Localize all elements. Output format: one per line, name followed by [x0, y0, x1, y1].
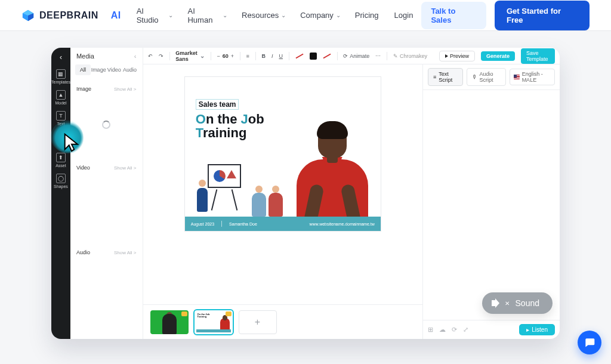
language-select[interactable]: English - MALE	[510, 69, 555, 85]
text-color-swatch[interactable]	[310, 53, 317, 60]
section-image-title: Image	[76, 86, 91, 92]
rail-text[interactable]: TText	[56, 111, 66, 126]
text-icon: T	[56, 111, 66, 121]
media-tab-all[interactable]: All	[75, 64, 91, 75]
preview-button[interactable]: Preview	[439, 51, 475, 61]
refresh-icon[interactable]: ⟳	[452, 326, 457, 334]
chat-icon	[584, 337, 595, 348]
left-rail: ‹ ▦Templates ▲Model TText ▭Image ⬆Asset …	[51, 48, 70, 339]
strike-red-icon-2[interactable]	[323, 55, 331, 57]
font-size-input[interactable]: − 60 +	[217, 53, 234, 59]
chevron-down-icon: ⌄	[281, 12, 286, 18]
rail-model[interactable]: ▲Model	[55, 90, 66, 105]
chevron-down-icon: ⌄	[200, 53, 205, 59]
chromakey-toggle[interactable]: ✎ Chromakey	[393, 53, 427, 59]
model-icon: ▲	[56, 90, 66, 100]
app-window: ‹ ▦Templates ▲Model TText ▭Image ⬆Asset …	[51, 48, 560, 339]
rail-asset[interactable]: ⬆Asset	[55, 153, 66, 168]
section-video-showall[interactable]: Show All >	[114, 165, 137, 171]
image-loading	[76, 92, 137, 158]
nav-pricing[interactable]: Pricing	[355, 7, 379, 24]
slide-kicker: Sales team	[196, 99, 239, 110]
easel-icon	[208, 164, 241, 188]
talk-to-sales-button[interactable]: Talk to Sales	[421, 2, 486, 29]
play-icon: ▸	[526, 326, 529, 333]
expand-icon[interactable]: ⤢	[463, 326, 468, 334]
nav-company[interactable]: Company⌄	[300, 7, 341, 24]
speaker-muted-icon	[492, 298, 502, 308]
nav-resources[interactable]: Resources⌄	[242, 7, 286, 24]
animate-button[interactable]: ⟳ Animate	[343, 53, 369, 59]
rail-templates[interactable]: ▦Templates	[51, 69, 70, 84]
video-placeholder	[76, 171, 137, 242]
canvas-zone: Sales team On the JobTraining	[143, 64, 422, 339]
templates-icon: ▦	[56, 69, 66, 79]
thumb-1[interactable]	[150, 310, 189, 334]
rail-shapes[interactable]: ◯Shapes	[54, 174, 68, 189]
chevron-down-icon: ⌄	[336, 12, 341, 18]
nav-ai-studio[interactable]: AI Studio⌄	[137, 7, 174, 24]
audience-figures	[249, 188, 285, 217]
section-audio-showall[interactable]: Show All >	[114, 250, 137, 255]
brand-logo[interactable]: DEEPBRAIN AI	[21, 9, 121, 22]
rail-image[interactable]: ▭Image	[55, 132, 66, 147]
listen-button[interactable]: ▸Listen	[519, 324, 555, 335]
settings-icon[interactable]: ⊞	[428, 326, 433, 334]
slide[interactable]: Sales team On the JobTraining	[184, 76, 381, 232]
thumbnail-strip: On the JobTraining +	[143, 304, 422, 339]
thumb-badge-icon	[226, 311, 232, 316]
sound-toggle[interactable]: ✕ Sound	[482, 292, 553, 314]
get-started-button[interactable]: Get Started for Free	[495, 1, 590, 30]
strike-red-icon[interactable]	[295, 55, 304, 57]
back-button[interactable]: ‹	[60, 51, 62, 63]
play-icon	[445, 54, 448, 58]
us-flag-icon	[514, 75, 519, 79]
nav-right: Login Talk to Sales Get Started for Free	[394, 1, 590, 30]
logo-icon	[21, 9, 35, 22]
add-slide-button[interactable]: +	[239, 310, 277, 334]
collapse-panel-button[interactable]: ‹	[134, 53, 137, 60]
italic-button[interactable]: I	[271, 53, 273, 59]
save-template-button[interactable]: Save Template	[521, 48, 555, 64]
audio-script-tab[interactable]: 🎙Audio Script	[467, 68, 507, 86]
media-tabs: All Image Video Audio	[70, 64, 143, 79]
align-button[interactable]: ≡	[246, 53, 249, 59]
media-title: Media	[76, 53, 94, 60]
media-tab-video[interactable]: Video	[106, 64, 122, 75]
media-tab-audio[interactable]: Audio	[122, 64, 137, 75]
chevron-down-icon: ⌄	[168, 12, 173, 18]
triangle-icon	[227, 170, 236, 178]
shapes-icon: ◯	[56, 174, 66, 183]
chat-button[interactable]	[578, 331, 601, 354]
canvas-area[interactable]: Sales team On the JobTraining	[143, 64, 422, 304]
top-nav: DEEPBRAIN AI AI Studio⌄ AI Human⌄ Resour…	[0, 0, 611, 31]
text-script-tab[interactable]: ≡Text Script	[428, 68, 463, 86]
slide-footer-date: August 2023	[191, 222, 214, 226]
ai-avatar[interactable]	[294, 118, 371, 231]
nav-ai-human[interactable]: AI Human⌄	[187, 7, 227, 24]
asset-icon: ⬆	[56, 153, 66, 162]
mic-icon: 🎙	[472, 74, 477, 80]
list-icon: ≡	[433, 74, 436, 80]
login-link[interactable]: Login	[394, 11, 413, 20]
chevron-down-icon: ⌄	[223, 12, 227, 18]
section-image-showall[interactable]: Show All >	[114, 87, 137, 92]
script-textarea[interactable]	[423, 90, 560, 320]
section-video-title: Video	[76, 165, 90, 171]
bold-button[interactable]: B	[262, 53, 266, 59]
undo-button[interactable]: ↶	[148, 53, 153, 59]
font-select[interactable]: Gmarket Sans ⌄	[175, 50, 205, 62]
slide-footer-name: Samantha Doe	[229, 222, 257, 226]
slide-title-box[interactable]: Sales team On the JobTraining	[196, 98, 297, 140]
media-tab-image[interactable]: Image	[91, 64, 106, 75]
redo-button[interactable]: ↷	[159, 53, 163, 59]
slide-footer-site: www.websitename.domainname.tw	[309, 222, 374, 226]
more-button[interactable]: ⋯	[375, 53, 381, 59]
illustration	[196, 161, 285, 217]
underline-button[interactable]: U	[279, 53, 283, 59]
slide-footer: August 2023 Samantha Doe www.websitename…	[185, 217, 381, 231]
cloud-icon[interactable]: ☁	[439, 326, 446, 334]
thumb-2-selected[interactable]: On the JobTraining	[195, 310, 233, 334]
generate-button[interactable]: Generate	[481, 51, 515, 61]
slide-heading: On the JobTraining	[196, 112, 297, 140]
